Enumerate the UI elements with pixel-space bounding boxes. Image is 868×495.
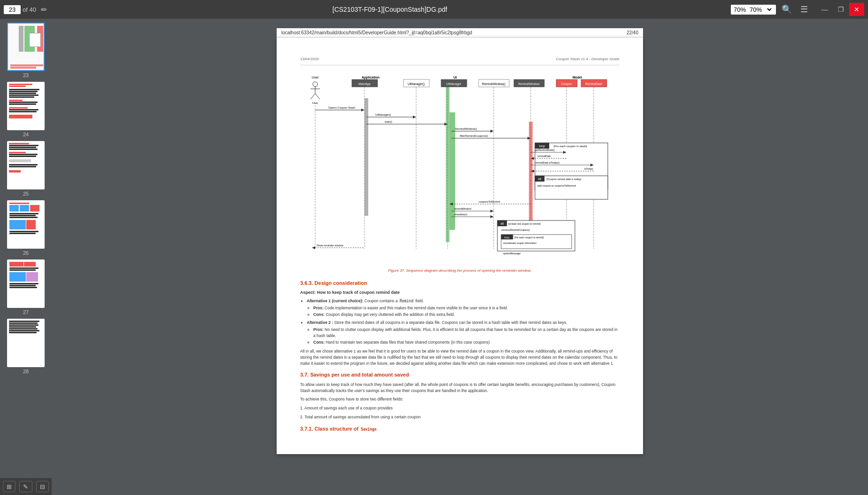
figure-caption: Figure 37. Sequence diagram describing t… xyxy=(300,268,620,274)
edit-sidebar-icon: ✎ xyxy=(23,483,28,490)
thumbnail-page-25[interactable]: 25 xyxy=(3,141,49,196)
main-layout: 23 xyxy=(0,19,868,495)
svg-text:[Coupon remind date is today]: [Coupon remind date is today] xyxy=(547,178,581,181)
svg-text:alt: alt xyxy=(538,177,542,181)
zoom-select[interactable]: 70% 50% 60% 75% 80% 90% 100% xyxy=(748,6,773,14)
alt2-item: Alternative 2 : Store the remind dates o… xyxy=(307,320,620,346)
svg-text:[For each coupon to remind]: [For each coupon to remind] xyxy=(514,236,544,239)
document-title: [CS2103T-F09-1][CouponStash]DG.pdf xyxy=(52,6,728,13)
savings-field-2: 2. Total amount of savings accumulated f… xyxy=(300,414,620,420)
alt2-text: Store the remind dates of all coupons in… xyxy=(334,320,567,325)
thumbnail-page-26[interactable]: 26 xyxy=(3,200,49,256)
section-363-heading: 3.6.3. Design consideration xyxy=(300,279,620,287)
edit-icon: ✏ xyxy=(41,5,47,14)
svg-text:Application: Application xyxy=(362,76,380,79)
url-text: localhost:63342/main/build/docs/html5/De… xyxy=(281,30,472,35)
thumbnail-label-24: 24 xyxy=(23,132,29,137)
pros2-item: Pros: No need to clutter coupon display … xyxy=(313,327,620,339)
thumbnail-frame-26 xyxy=(7,200,45,249)
svg-text:getRemindDate(): getRemindDate() xyxy=(535,149,555,151)
svg-marker-80 xyxy=(490,215,494,218)
alt1-text: Coupon contains a xyxy=(364,299,398,303)
zoom-control[interactable]: 70% 70% 50% 60% 75% 80% 90% 100% xyxy=(731,5,776,15)
zoom-value: 70% xyxy=(734,6,746,13)
svg-text:isToday: isToday xyxy=(584,167,593,170)
svg-text:Opens Coupon Stash: Opens Coupon Stash xyxy=(328,106,355,109)
svg-text:RemindWindow: RemindWindow xyxy=(518,82,540,86)
svg-text:UiManager: UiManager xyxy=(446,82,462,86)
alt1-label: Alternative 1 (current choice): xyxy=(307,299,363,303)
alternatives-list: Alternative 1 (current choice): Coupon c… xyxy=(300,298,620,346)
thumbnail-frame-24 xyxy=(7,82,45,130)
edit-view-button[interactable]: ✎ xyxy=(19,481,32,492)
svg-text:show(keys): show(keys) xyxy=(454,213,467,216)
svg-text:MainApp: MainApp xyxy=(358,82,371,86)
svg-point-2 xyxy=(313,82,318,86)
pros1-label: Pros: xyxy=(313,306,324,310)
minimize-icon: — xyxy=(822,6,828,13)
svg-text:[For each coupon in stash]: [For each coupon in stash] xyxy=(554,145,587,148)
search-icon: 🔍 xyxy=(782,4,792,15)
cons2-text: Hard to maintain two separate data files… xyxy=(326,340,489,345)
svg-text:couponsToRemind: couponsToRemind xyxy=(479,200,500,203)
grid-view-button[interactable]: ⊞ xyxy=(3,481,16,492)
svg-text:loop: loop xyxy=(539,144,545,148)
section-371-heading: 3.7.1. Class structure of Savings xyxy=(300,425,620,433)
svg-text:Model: Model xyxy=(573,76,582,79)
alt2-details: Pros: No need to clutter coupon display … xyxy=(307,327,620,346)
pdf-page: 13/04/2020 Coupon Stash v1.4 - Developer… xyxy=(277,38,643,454)
edit-button[interactable]: ✏ xyxy=(39,3,49,16)
grid-icon: ⊞ xyxy=(7,483,12,490)
svg-rect-27 xyxy=(450,112,455,230)
svg-text:remindDate.isToday(): remindDate.isToday() xyxy=(535,161,559,164)
svg-rect-26 xyxy=(364,98,368,216)
thumbnail-page-27[interactable]: 27 xyxy=(3,259,49,315)
thumbnail-page-24[interactable]: 24 xyxy=(3,82,49,137)
alt1-code: Remind xyxy=(399,299,414,303)
page-number-input[interactable]: 23 xyxy=(4,5,21,14)
page-navigation: 23 of 40 xyxy=(4,5,36,14)
svg-marker-77 xyxy=(490,210,494,212)
pdf-content-area[interactable]: localhost:63342/main/build/docs/html5/De… xyxy=(52,19,868,495)
page-header: 13/04/2020 Coupon Stash v1.4 - Developer… xyxy=(300,56,620,65)
svg-marker-94 xyxy=(312,246,315,249)
page-total: of 40 xyxy=(23,6,36,13)
sidebar-bottom-controls: ⊞ ✎ ⊟ xyxy=(0,478,52,495)
page-ref: 22/40 xyxy=(627,30,638,35)
url-bar: localhost:63342/main/build/docs/html5/De… xyxy=(277,28,643,38)
thumbnail-page-23[interactable]: 23 xyxy=(3,23,49,78)
thumbnail-page-28[interactable]: 28 xyxy=(3,319,49,374)
pros1-item: Pros: Code implementation is easier and … xyxy=(313,305,620,311)
pros2-label: Pros: xyxy=(313,327,324,332)
alt1-text2: field. xyxy=(415,299,424,303)
svg-text:RemindWindow(): RemindWindow() xyxy=(455,127,477,130)
thumbnail-label-28: 28 xyxy=(23,369,29,374)
thumbnail-label-26: 26 xyxy=(23,250,29,256)
svg-text:filterRemindCoupons(): filterRemindCoupons() xyxy=(460,134,488,137)
svg-marker-47 xyxy=(490,130,494,133)
svg-text:[at least one coupon to remind: [at least one coupon to remind] xyxy=(508,222,541,225)
svg-text:optionMessage: optionMessage xyxy=(503,252,520,255)
aspect-heading: Aspect: How to keep track of coupon remi… xyxy=(300,290,620,296)
toolbar: 23 of 40 ✏ [CS2103T-F09-1][CouponStash]D… xyxy=(0,0,868,19)
thumbnail-label-27: 27 xyxy=(23,309,29,315)
maximize-button[interactable]: ❐ xyxy=(833,3,848,16)
svg-text:User: User xyxy=(312,102,318,104)
pros1-text: Code implementation is easier and this m… xyxy=(325,306,508,310)
section-37-heading: 3.7. Savings per use and total amount sa… xyxy=(300,371,620,379)
svg-text:RemindDate: RemindDate xyxy=(585,82,603,86)
svg-text:add coupon to couponsToRemind: add coupon to couponsToRemind xyxy=(537,184,576,187)
menu-button[interactable]: ☰ xyxy=(798,2,811,16)
cons1-label: Cons: xyxy=(313,312,325,317)
minimize-button[interactable]: — xyxy=(817,3,832,16)
search-button[interactable]: 🔍 xyxy=(779,2,795,16)
close-button[interactable]: ✕ xyxy=(849,3,864,16)
thumbnail-label-25: 25 xyxy=(23,191,29,196)
body-text-3: To achieve this, Coupons have to store t… xyxy=(300,396,620,402)
svg-text:remindWindow: remindWindow xyxy=(454,207,471,210)
book-view-button[interactable]: ⊟ xyxy=(36,481,49,492)
cons2-item: Cons: Hard to maintain two separate data… xyxy=(313,339,620,346)
sequence-diagram: User User Application MainApp UI xyxy=(300,75,620,265)
alt1-item: Alternative 1 (current choice): Coupon c… xyxy=(307,298,620,318)
cons1-item: Cons: Coupon display may get very clutte… xyxy=(313,312,620,318)
